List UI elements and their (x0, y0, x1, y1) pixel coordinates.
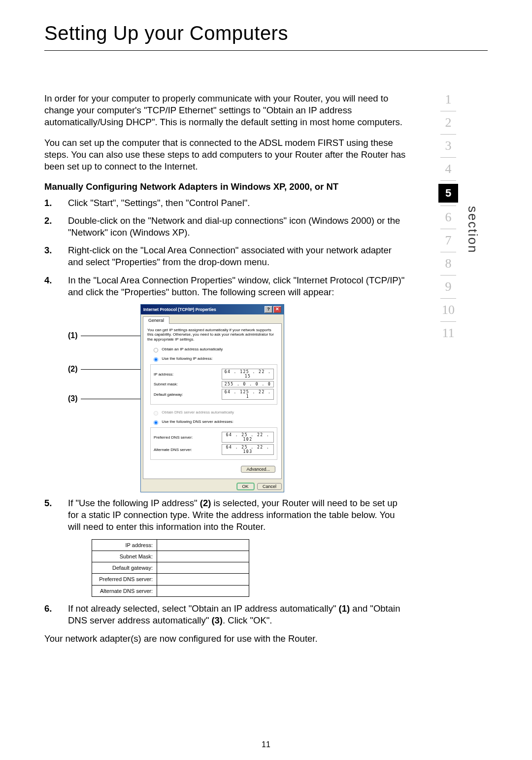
table-gateway-label: Default gateway: (92, 562, 157, 574)
table-ip-value[interactable] (157, 539, 249, 551)
callout-2: (2) (68, 365, 78, 374)
nav-8[interactable]: 8 (438, 255, 458, 272)
close-icon[interactable]: ✕ (273, 306, 281, 313)
nav-11[interactable]: 11 (438, 325, 458, 342)
subnet-label: Subnet mask: (154, 382, 178, 386)
nav-6[interactable]: 6 (438, 209, 458, 226)
step-4: In the "Local Area Connection Properties… (44, 275, 409, 298)
radio-auto-dns: Obtain DNS server address automatically (150, 409, 277, 416)
ok-button[interactable]: OK (237, 483, 254, 490)
section-label: section (465, 206, 480, 253)
nav-7[interactable]: 7 (438, 232, 458, 249)
page-number: 11 (0, 740, 532, 749)
tab-general[interactable]: General (143, 316, 169, 324)
gateway-label: Default gateway: (154, 392, 183, 397)
callout-1: (1) (68, 331, 78, 340)
step-5: If "Use the following IP address" (2) is… (44, 497, 409, 597)
subheading: Manually Configuring Network Adapters in… (44, 181, 409, 192)
nav-4[interactable]: 4 (438, 161, 458, 177)
step-3: Right-click on the "Local Area Connectio… (44, 244, 409, 268)
section-nav: 1 2 3 4 5 6 7 8 9 10 11 (438, 91, 458, 342)
nav-1[interactable]: 1 (438, 91, 458, 108)
nav-2[interactable]: 2 (438, 114, 458, 131)
table-subnet-value[interactable] (157, 551, 249, 562)
table-gateway-value[interactable] (157, 562, 249, 574)
dialog-title: Internet Protocol (TCP/IP) Properties (143, 307, 216, 312)
radio-auto-ip[interactable]: Obtain an IP address automatically (150, 345, 277, 353)
closing-text: Your network adapter(s) are now configur… (44, 633, 409, 644)
advanced-button[interactable]: Advanced... (241, 466, 275, 473)
help-icon[interactable]: ? (265, 306, 272, 313)
table-altdns-label: Alternate DNS server: (92, 585, 157, 596)
table-prefdns-value[interactable] (157, 574, 249, 585)
nav-10[interactable]: 10 (438, 302, 458, 318)
cancel-button[interactable]: Cancel (257, 483, 282, 490)
intro-paragraph-1: In order for your computer to properly c… (44, 93, 409, 128)
pref-dns-value[interactable]: 64 . 25 . 22 . 102 (222, 432, 274, 443)
dialog-titlebar: Internet Protocol (TCP/IP) Properties ? … (141, 305, 284, 314)
dialog-description: You can get IP settings assigned automat… (147, 328, 277, 342)
table-altdns-value[interactable] (157, 585, 249, 596)
alt-dns-label: Alternate DNS server: (154, 448, 192, 452)
table-subnet-label: Subnet Mask: (92, 551, 157, 562)
table-prefdns-label: Preferred DNS server: (92, 574, 157, 585)
address-table: IP address: Subnet Mask: Default gateway… (92, 539, 249, 597)
ip-value[interactable]: 64 . 125 . 22 . 15 (222, 369, 274, 380)
radio-manual-ip[interactable]: Use the following IP address: (150, 355, 277, 363)
intro-paragraph-2: You can set up the computer that is conn… (44, 137, 409, 173)
step-2: Double-click on the "Network and dial-up… (44, 215, 409, 239)
step-1: Click "Start", "Settings", then "Control… (44, 197, 409, 209)
step-6: If not already selected, select "Obtain … (44, 603, 409, 626)
tcpip-dialog: Internet Protocol (TCP/IP) Properties ? … (140, 304, 284, 493)
table-ip-label: IP address: (92, 539, 157, 551)
nav-5-active[interactable]: 5 (438, 184, 458, 203)
nav-3[interactable]: 3 (438, 138, 458, 154)
subnet-value[interactable]: 255 . 0 . 0 . 0 (222, 381, 274, 387)
alt-dns-value[interactable]: 64 . 25 . 22 . 103 (222, 444, 274, 455)
nav-9[interactable]: 9 (438, 278, 458, 295)
gateway-value[interactable]: 64 . 125 . 22 . 1 (222, 389, 274, 400)
pref-dns-label: Preferred DNS server: (154, 435, 193, 440)
radio-manual-dns[interactable]: Use the following DNS server addresses: (150, 418, 277, 426)
ip-label: IP address: (154, 372, 173, 377)
page-title: Setting Up your Computers (44, 22, 488, 51)
callout-3: (3) (68, 394, 78, 403)
